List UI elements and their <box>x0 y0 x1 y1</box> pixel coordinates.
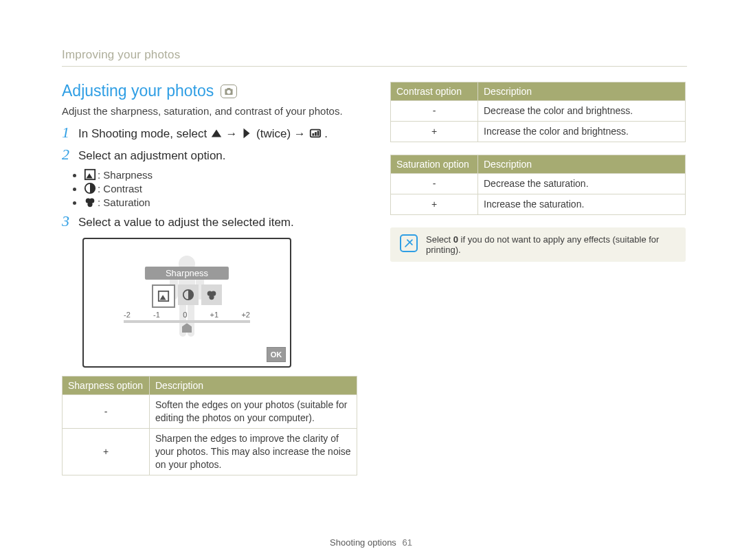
tick-label: -2 <box>124 311 131 319</box>
left-column: Adjusting your photos Adjust the sharpne… <box>62 82 357 488</box>
step-number: 1 <box>62 125 71 140</box>
saturation-table: Saturation option Description - Decrease… <box>390 155 686 215</box>
title-text: Adjusting your photos <box>62 82 214 100</box>
step-fragment: → <box>226 127 241 140</box>
adjust-icon <box>309 127 322 139</box>
table-header: Description <box>150 377 357 395</box>
right-column: Contrast option Description - Decrease t… <box>390 82 686 488</box>
page-footer: Shooting options 61 <box>0 537 742 548</box>
list-item-label: : Contrast <box>98 183 142 194</box>
list-item: : Contrast <box>84 182 357 194</box>
description-cell: Sharpen the edges to improve the clarity… <box>150 429 357 475</box>
step-text: Select an adjustment option. <box>78 148 226 164</box>
table-row: - Soften the edges on your photos (suita… <box>63 395 357 429</box>
step-text: Select a value to adjust the selected it… <box>78 215 294 231</box>
adjustment-scale: -2 -1 0 +1 +2 <box>124 311 250 323</box>
lcd-icon-row <box>152 284 222 308</box>
footer-section: Shooting options <box>330 537 396 548</box>
intro-text: Adjust the sharpness, saturation, and co… <box>62 104 357 118</box>
option-cell: - <box>63 395 150 429</box>
tick-label: 0 <box>183 311 187 319</box>
contrast-icon <box>84 182 96 194</box>
sharpness-table: Sharpness option Description - Soften th… <box>62 376 357 475</box>
tick-label: +2 <box>241 311 250 319</box>
manual-page: Improving your photos Adjusting your pho… <box>0 0 742 560</box>
option-cell: - <box>391 101 478 122</box>
step-fragment: In Shooting mode, select <box>78 127 210 140</box>
description-cell: Decrease the color and brightness. <box>478 101 686 122</box>
step-fragment: . <box>324 127 328 140</box>
table-row: - Decrease the color and brightness. <box>391 101 686 122</box>
step-3: 3 Select a value to adjust the selected … <box>62 214 357 231</box>
breadcrumb: Improving your photos <box>62 48 687 62</box>
step-number: 3 <box>62 214 71 229</box>
table-row: + Sharpen the edges to improve the clari… <box>63 429 357 475</box>
note-text: Select 0 if you do not want to apply any… <box>426 234 676 255</box>
option-cell: + <box>391 121 478 142</box>
svg-point-21 <box>209 295 214 300</box>
divider <box>62 66 687 67</box>
table-header: Sharpness option <box>63 377 150 395</box>
svg-rect-3 <box>317 131 319 135</box>
table-row: - Decrease the saturation. <box>391 173 686 194</box>
option-cell: + <box>391 194 478 214</box>
step-2: 2 Select an adjustment option. <box>62 147 357 164</box>
description-cell: Increase the saturation. <box>478 194 686 214</box>
saturation-icon <box>84 196 96 208</box>
step-number: 2 <box>62 147 71 162</box>
ok-button-icon: OK <box>267 347 286 362</box>
list-item-label: : Saturation <box>98 197 150 208</box>
scale-ticks: -2 -1 0 +1 +2 <box>124 311 250 319</box>
table-row: + Increase the color and brightness. <box>391 121 686 142</box>
svg-marker-17 <box>160 295 166 300</box>
step-text: In Shooting mode, select → (twice) → . <box>78 126 328 142</box>
description-cell: Decrease the saturation. <box>478 173 686 194</box>
option-cell: + <box>63 429 150 475</box>
camera-mode-icon <box>221 85 237 98</box>
two-column-layout: Adjusting your photos Adjust the sharpne… <box>62 82 687 488</box>
svg-rect-2 <box>315 132 317 135</box>
sharpness-icon <box>152 284 175 308</box>
note-fragment: Select <box>426 234 453 245</box>
adjustment-options-list: : Sharpness : Contrast : Saturation <box>84 168 357 208</box>
up-arrow-icon <box>210 127 223 139</box>
table-header: Contrast option <box>391 82 478 101</box>
scale-track <box>124 320 250 323</box>
page-title: Adjusting your photos <box>62 82 357 100</box>
list-item-label: : Sharpness <box>98 169 153 181</box>
note-fragment: if you do not want to apply any effects … <box>426 234 659 255</box>
table-header: Description <box>478 155 686 173</box>
svg-rect-1 <box>312 133 314 136</box>
table-row: + Increase the saturation. <box>391 194 686 214</box>
option-cell: - <box>391 173 478 194</box>
table-header: Saturation option <box>391 155 478 173</box>
svg-marker-5 <box>87 174 93 179</box>
svg-point-9 <box>87 202 92 207</box>
lcd-label: Sharpness <box>145 267 229 280</box>
table-header: Description <box>478 82 686 101</box>
step-fragment: (twice) → <box>256 127 309 140</box>
list-item: : Saturation <box>84 196 357 208</box>
note-icon <box>400 234 418 252</box>
list-item: : Sharpness <box>84 168 357 181</box>
tick-label: -1 <box>153 311 160 319</box>
sharpness-icon <box>84 168 96 181</box>
contrast-table: Contrast option Description - Decrease t… <box>390 82 686 142</box>
saturation-icon <box>201 284 222 305</box>
description-cell: Increase the color and brightness. <box>478 121 686 142</box>
note-bold: 0 <box>453 234 458 245</box>
tick-label: +1 <box>210 311 219 319</box>
camera-lcd-illustration: Sharpness -2 -1 0 <box>82 238 291 368</box>
step-1: 1 In Shooting mode, select → (twice) → . <box>62 125 357 142</box>
contrast-icon <box>178 284 199 305</box>
page-number: 61 <box>403 537 412 548</box>
description-cell: Soften the edges on your photos (suitabl… <box>150 395 357 429</box>
right-chevron-icon <box>240 127 253 139</box>
note-callout: Select 0 if you do not want to apply any… <box>390 227 686 262</box>
